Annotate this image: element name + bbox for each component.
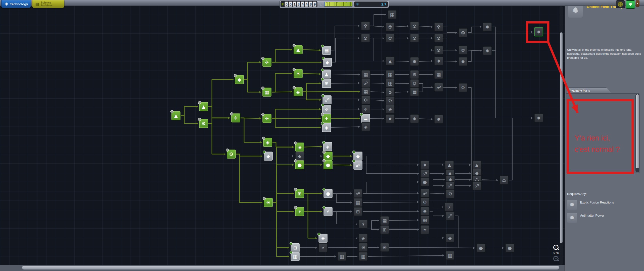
tech-node[interactable]: ☢: [434, 34, 443, 42]
tech-node[interactable]: ☢: [459, 46, 467, 54]
tech-node[interactable]: ●: [477, 244, 485, 252]
tech-node[interactable]: ✈: [321, 104, 331, 114]
tech-node[interactable]: ◈: [359, 234, 367, 242]
tech-node[interactable]: ◈: [318, 233, 328, 243]
tech-node[interactable]: ♺: [500, 176, 508, 184]
tech-node[interactable]: ⊞: [380, 225, 389, 234]
tech-node[interactable]: ☀: [380, 243, 389, 252]
tech-node[interactable]: ⊞: [321, 78, 331, 88]
tech-node[interactable]: ✈: [262, 113, 271, 123]
tech-node[interactable]: ❂: [410, 79, 419, 88]
tech-node[interactable]: ☢: [386, 23, 394, 31]
tech-node[interactable]: ⚙: [226, 149, 236, 159]
tech-node[interactable]: ☢: [410, 34, 419, 42]
tech-node[interactable]: ◈: [293, 87, 303, 96]
tech-node[interactable]: ▦: [386, 70, 394, 79]
tech-node[interactable]: ☀: [263, 197, 273, 207]
tech-node[interactable]: ✸: [410, 114, 419, 123]
tech-node[interactable]: ▦: [446, 251, 454, 260]
tech-node[interactable]: ☢: [386, 34, 394, 42]
tech-node[interactable]: ▦: [388, 10, 396, 19]
tech-node[interactable]: ◈: [294, 142, 304, 152]
tech-node[interactable]: ✹: [534, 114, 543, 122]
tech-node[interactable]: ▦: [361, 70, 370, 79]
tech-node[interactable]: ⚙: [446, 189, 454, 198]
tech-node[interactable]: ❂: [459, 28, 467, 37]
tech-node[interactable]: ☀: [359, 243, 367, 252]
tech-node[interactable]: ☍: [354, 189, 362, 198]
tech-node[interactable]: ⊞: [354, 207, 362, 216]
tech-node[interactable]: ☍: [446, 181, 454, 190]
tech-node[interactable]: ◆: [323, 151, 333, 161]
tech-node[interactable]: ✸: [421, 207, 429, 216]
tech-node[interactable]: ◈: [262, 137, 272, 147]
tech-node[interactable]: ◈: [323, 141, 332, 151]
toolbar-mod-button[interactable]: Ψ: [626, 0, 635, 9]
tech-node[interactable]: ●: [421, 178, 429, 186]
tech-node[interactable]: ▲: [171, 110, 180, 120]
tech-node[interactable]: ▦: [434, 70, 443, 79]
tech-node[interactable]: ☢: [410, 22, 419, 30]
tech-tree-canvas[interactable]: ▲▲⚙◆✈⚙✈▦✈◈◆☀▲✶◈◈◆●⊞⚡⊞▦▦◆▲⊞☍✈✈◈◈◆●●⚡◈☀▦◆☍…: [0, 6, 565, 265]
tech-node[interactable]: ☢: [361, 34, 370, 42]
tech-node[interactable]: ✈: [231, 113, 240, 122]
tech-node[interactable]: ◆: [234, 74, 244, 84]
tech-node[interactable]: ✸: [410, 57, 419, 66]
tech-node[interactable]: ⚙: [386, 96, 394, 105]
tech-node[interactable]: ☢: [434, 46, 443, 54]
tech-node[interactable]: ●: [294, 160, 304, 169]
tech-node[interactable]: ✹: [534, 28, 543, 36]
tech-node[interactable]: ▲: [293, 44, 303, 54]
tech-node[interactable]: ✈: [361, 105, 370, 113]
toolbar-dropdown-arrow[interactable]: ▼: [636, 0, 639, 7]
tab-technology[interactable]: ⚛ Technology: [1, 0, 31, 8]
tech-node[interactable]: ▦: [361, 87, 370, 96]
horizontal-scrollbar-thumb[interactable]: [22, 266, 559, 269]
tech-node[interactable]: ✹: [483, 23, 492, 31]
tech-node[interactable]: ✶: [293, 68, 303, 78]
tech-node[interactable]: ☀: [319, 243, 327, 252]
tech-node[interactable]: ▲: [445, 161, 454, 169]
tech-node[interactable]: ▦: [410, 88, 419, 96]
tech-node[interactable]: ▦: [338, 252, 346, 261]
tab-science-archives[interactable]: ▤ Science Archives: [32, 0, 64, 8]
zoom-out-button[interactable]: −: [553, 256, 559, 261]
tech-node[interactable]: ⚡: [445, 203, 453, 211]
tech-node[interactable]: ☍: [421, 169, 429, 178]
tech-node[interactable]: ⚙: [421, 198, 429, 206]
tech-node[interactable]: ✹: [459, 57, 467, 66]
tech-node[interactable]: ▦: [290, 251, 300, 261]
tech-node[interactable]: ☁: [360, 113, 370, 123]
tech-node[interactable]: ◆: [263, 151, 273, 161]
tech-node[interactable]: ▲: [473, 161, 481, 169]
tech-node[interactable]: ⚡: [294, 206, 304, 216]
tech-node[interactable]: ✸: [434, 57, 443, 65]
horizontal-scrollbar[interactable]: [0, 265, 565, 271]
tech-node[interactable]: ◈: [361, 122, 370, 131]
tech-node[interactable]: ●: [323, 160, 333, 169]
parts-scrollbar-thumb[interactable]: [636, 94, 639, 168]
tech-node[interactable]: ⚙: [410, 70, 419, 79]
tech-node[interactable]: ▲: [321, 69, 331, 79]
tech-node[interactable]: ●: [505, 244, 514, 252]
tech-node[interactable]: ◆: [353, 151, 362, 161]
tech-node[interactable]: ☍: [361, 79, 370, 87]
tech-node[interactable]: ▦: [321, 45, 331, 55]
tech-node[interactable]: ▦: [421, 216, 429, 224]
tech-node[interactable]: ☢: [361, 22, 370, 30]
tech-node[interactable]: ◈: [321, 122, 331, 132]
tech-node[interactable]: ✸: [421, 161, 429, 169]
available-parts-tab[interactable]: Available Parts: [567, 87, 612, 94]
tech-node[interactable]: ▦: [359, 252, 367, 261]
tech-node[interactable]: ⚙: [386, 88, 394, 97]
tech-node[interactable]: ✈: [321, 113, 331, 123]
tech-node[interactable]: ▲: [198, 101, 208, 111]
tech-node[interactable]: ☢: [434, 23, 443, 31]
tech-node[interactable]: ▦: [354, 198, 362, 207]
tech-node[interactable]: ▦: [380, 216, 389, 225]
parts-scrollbar[interactable]: [635, 94, 639, 172]
zoom-in-button[interactable]: +: [553, 245, 559, 250]
tech-node[interactable]: ☍: [434, 83, 443, 92]
tech-node[interactable]: ⚡: [323, 206, 333, 216]
tech-node[interactable]: ☀: [421, 225, 429, 234]
